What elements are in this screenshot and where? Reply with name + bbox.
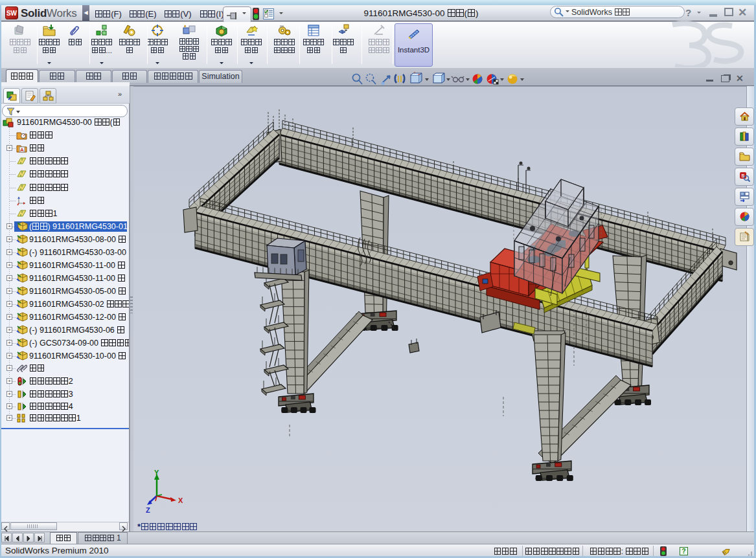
svg-text:Y: Y [154,469,159,476]
svg-text:X: X [178,497,183,504]
svg-text:Z: Z [146,506,150,514]
svg-text:S: S [741,173,745,179]
svg-text:A: A [20,147,24,153]
